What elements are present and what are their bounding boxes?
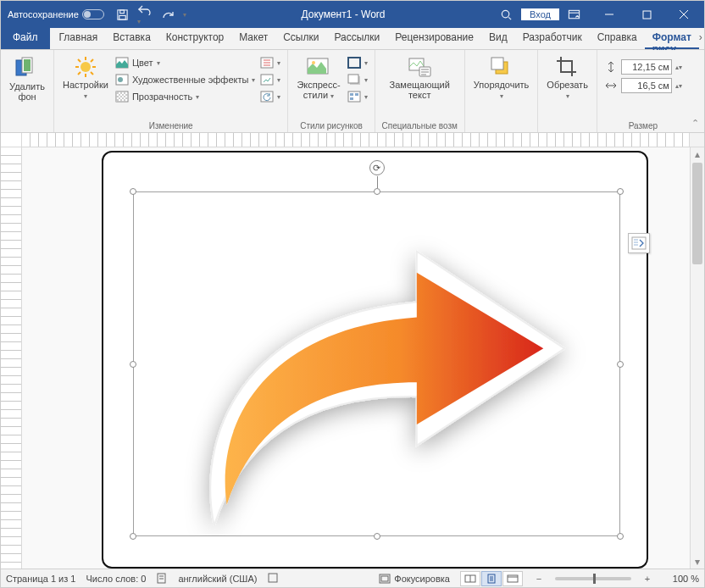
layout-options-button[interactable] [628,233,650,253]
tab-references[interactable]: Ссылки [275,28,326,49]
resize-handle[interactable] [617,361,624,368]
tab-developer[interactable]: Разработчик [515,28,590,49]
maximize-button[interactable] [628,1,665,28]
page-indicator[interactable]: Страница 1 из 1 [6,574,75,584]
view-buttons [460,571,523,586]
zoom-in-button[interactable]: + [641,574,653,584]
tab-file[interactable]: Файл [1,28,50,49]
quick-access-toolbar: ▾ ▾ [116,3,186,25]
web-layout-button[interactable] [502,571,523,586]
window-controls [591,1,702,28]
zoom-level[interactable]: 100 % [663,574,699,584]
spinner-icon[interactable]: ▴▾ [675,82,682,90]
search-icon[interactable] [500,8,513,21]
change-picture-button[interactable]: ▾ [260,72,280,87]
resize-handle[interactable] [374,188,380,195]
arrange-label: Упорядочить [474,80,529,90]
artistic-label: Художественные эффекты [132,75,248,85]
document-canvas[interactable]: ⟳ [22,147,690,569]
tab-insert[interactable]: Вставка [105,28,158,49]
vertical-scrollbar[interactable]: ▴ ▾ [690,147,704,569]
horizontal-ruler[interactable] [1,133,704,147]
arrange-button[interactable]: Упорядочить▾ [472,53,530,102]
tab-review[interactable]: Рецензирование [387,28,481,49]
resize-handle[interactable] [130,533,136,540]
tab-picture-format[interactable]: Формат рису [645,28,699,49]
accessibility-icon[interactable] [267,572,279,585]
arrow-image-icon [134,192,619,536]
scrollbar-thumb[interactable] [692,163,702,264]
picture-layout-button[interactable]: ▾ [347,89,368,104]
reset-picture-button[interactable]: ▾ [260,89,280,104]
selected-image[interactable]: ⟳ [133,191,620,536]
minimize-button[interactable] [591,1,628,28]
scroll-down-icon[interactable]: ▾ [691,555,704,569]
svg-rect-8 [24,59,31,71]
resize-handle[interactable] [617,188,624,195]
compress-pictures-button[interactable]: ▾ [260,55,280,70]
group-alt-text-label: Специальные возм [382,121,458,132]
resize-handle[interactable] [374,533,380,540]
rotate-handle[interactable]: ⟳ [369,160,385,175]
group-arrange: Упорядочить▾ [465,50,538,132]
width-input[interactable]: 16,5 см [621,78,672,93]
zoom-out-button[interactable]: − [533,574,545,584]
color-button[interactable]: Цвет ▾ [115,55,255,70]
tab-mailings[interactable]: Рассылки [326,28,387,49]
svg-rect-22 [348,58,360,68]
svg-rect-35 [269,574,277,582]
picture-border-button[interactable]: ▾ [347,55,368,70]
tab-home[interactable]: Главная [52,28,106,49]
group-styles-label: Стили рисунков [295,121,367,132]
tabs-overflow-icon[interactable]: › [699,28,705,49]
save-icon[interactable] [116,8,129,21]
remove-background-label: Удалить фон [9,82,45,102]
tab-view[interactable]: Вид [481,28,515,49]
resize-handle[interactable] [617,533,624,540]
tab-layout[interactable]: Макет [231,28,275,49]
language-indicator[interactable]: английский (США) [178,574,257,584]
titlebar: Автосохранение ▾ ▾ Документ1 - Word Вход [1,1,704,28]
scroll-up-icon[interactable]: ▴ [691,147,704,161]
height-input[interactable]: 12,15 см [621,59,672,75]
workarea: ⟳ ▴ ▾ [1,147,704,569]
login-button[interactable]: Вход [521,8,559,20]
svg-rect-2 [119,15,126,19]
word-count[interactable]: Число слов: 0 [86,574,146,584]
transparency-button[interactable]: Прозрачность ▾ [115,89,255,104]
qat-customize-icon[interactable]: ▾ [183,11,186,19]
zoom-slider[interactable] [555,577,631,580]
express-styles-button[interactable]: Экспресс- стили ▾ [295,53,341,104]
spinner-icon[interactable]: ▴▾ [675,64,682,71]
redo-icon[interactable] [161,8,175,20]
undo-icon[interactable]: ▾ [137,3,153,25]
vertical-ruler[interactable] [1,147,22,569]
tab-design[interactable]: Конструктор [158,28,231,49]
svg-rect-32 [491,58,503,69]
autosave-toggle[interactable]: Автосохранение [8,9,104,19]
remove-background-button[interactable]: Удалить фон [8,53,47,103]
svg-point-12 [118,77,123,82]
ribbon-display-icon[interactable] [568,8,580,21]
toggle-switch-icon[interactable] [82,9,104,19]
tab-help[interactable]: Справка [590,28,645,49]
resize-handle[interactable] [130,188,136,195]
read-mode-button[interactable] [460,571,480,586]
collapse-ribbon-icon[interactable]: ⌃ [689,50,702,132]
close-button[interactable] [665,1,702,28]
compress-icon [260,56,274,69]
resize-handle[interactable] [130,361,136,368]
corrections-button[interactable]: Настройки▾ [61,53,110,104]
width-icon [604,79,618,92]
artistic-effects-button[interactable]: Художественные эффекты ▾ [115,72,255,87]
proofing-icon[interactable] [156,572,168,585]
crop-button[interactable]: Обрезать▾ [545,53,590,102]
alt-text-label: Замещающий текст [390,80,450,100]
artistic-icon [115,73,129,86]
svg-rect-18 [261,75,273,85]
alt-text-button[interactable]: Замещающий текст [382,53,458,102]
print-layout-button[interactable] [481,571,502,586]
picture-effects-button[interactable]: ▾ [347,72,368,87]
group-remove-bg: Удалить фон [1,50,54,132]
focus-mode-button[interactable]: Фокусировка [379,574,450,584]
